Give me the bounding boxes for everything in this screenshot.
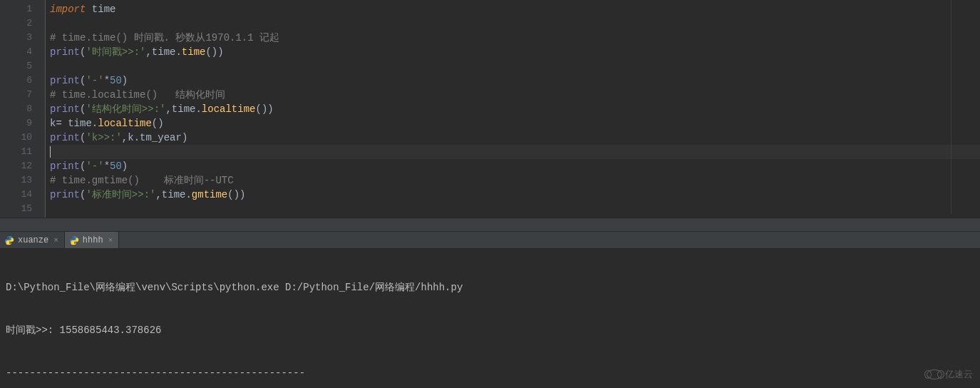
tab-label: xuanze bbox=[18, 235, 48, 245]
code-editor[interactable]: 1 2 3 4 5 6 7 8 9 10 11 12 13 14 15 impo… bbox=[0, 0, 980, 218]
run-tab-xuanze[interactable]: xuanze × bbox=[0, 232, 65, 248]
code-line: # time.gmtime() 标准时间--UTC bbox=[50, 173, 980, 188]
text-caret bbox=[50, 146, 51, 158]
code-line: import time bbox=[50, 2, 980, 16]
console-line: D:\Python_File\网络编程\venv\Scripts\python.… bbox=[6, 280, 974, 295]
run-tab-hhhh[interactable]: hhhh × bbox=[65, 232, 119, 248]
code-line bbox=[50, 16, 980, 31]
code-line: print('时间戳>>:',time.time()) bbox=[50, 45, 980, 59]
console-output[interactable]: D:\Python_File\网络编程\venv\Scripts\python.… bbox=[0, 249, 980, 388]
watermark-text: 亿速云 bbox=[945, 368, 973, 381]
line-gutter: 1 2 3 4 5 6 7 8 9 10 11 12 13 14 15 bbox=[0, 0, 41, 218]
cloud-icon bbox=[927, 369, 942, 379]
close-icon[interactable]: × bbox=[107, 236, 115, 245]
code-line bbox=[50, 145, 980, 159]
code-line: k= time.localtime() bbox=[50, 116, 980, 131]
code-line: print('k>>:',k.tm_year) bbox=[50, 131, 980, 145]
python-icon bbox=[69, 235, 79, 245]
code-line: # time.localtime() 结构化时间 bbox=[50, 88, 980, 102]
code-content[interactable]: import time # time.time() 时间戳. 秒数从1970.1… bbox=[46, 0, 980, 218]
right-margin-line bbox=[951, 0, 951, 214]
code-line: print('-'*50) bbox=[50, 159, 980, 173]
code-line: print('结构化时间>>:',time.localtime()) bbox=[50, 102, 980, 116]
code-line bbox=[50, 59, 980, 73]
code-line: # time.time() 时间戳. 秒数从1970.1.1 记起 bbox=[50, 31, 980, 45]
watermark: 亿速云 bbox=[927, 368, 973, 381]
close-icon[interactable]: × bbox=[52, 236, 60, 245]
console-line: 时间戳>>: 1558685443.378626 bbox=[6, 323, 974, 337]
console-line: ----------------------------------------… bbox=[6, 366, 974, 380]
tab-label: hhhh bbox=[83, 235, 103, 245]
code-line: print('-'*50) bbox=[50, 73, 980, 88]
run-tab-bar: xuanze × hhhh × bbox=[0, 232, 980, 249]
code-line bbox=[50, 202, 980, 216]
code-line: print('标准时间>>:',time.gmtime()) bbox=[50, 188, 980, 202]
python-icon bbox=[4, 235, 14, 245]
panel-separator[interactable] bbox=[0, 218, 980, 232]
